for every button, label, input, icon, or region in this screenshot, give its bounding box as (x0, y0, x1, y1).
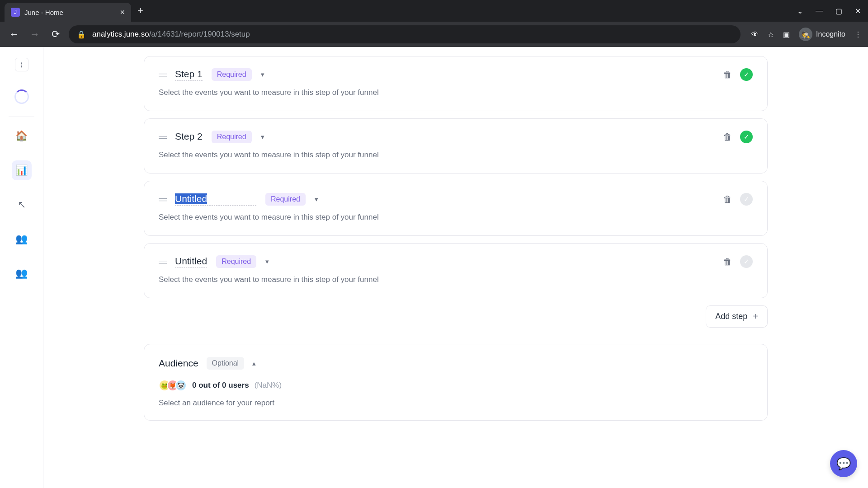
drag-handle-icon[interactable]: —— (159, 72, 166, 77)
lock-icon: 🔒 (77, 30, 86, 39)
step-description: Select the events you want to measure in… (159, 150, 753, 160)
sidebar-divider (9, 117, 34, 117)
reload-button[interactable]: ⟳ (48, 28, 63, 40)
tabs-dropdown-icon[interactable]: ⌄ (797, 7, 803, 15)
required-badge[interactable]: Required (212, 131, 252, 143)
cursor-icon: ↖ (18, 199, 26, 211)
incognito-avatar-icon: 🕵 (799, 28, 812, 41)
address-bar-row: ← → ⟳ 🔒 analytics.june.so/a/14631/report… (0, 22, 868, 47)
chat-icon: 💬 (836, 457, 851, 471)
users-icon: 👥 (15, 233, 28, 245)
step-name[interactable]: Step 2 (175, 131, 203, 143)
audience-count: 0 out of 0 users (192, 381, 249, 390)
kebab-menu-icon[interactable]: ⋮ (854, 30, 862, 39)
browser-tab[interactable]: J June - Home × (5, 3, 131, 22)
status-incomplete-icon: ✓ (740, 193, 753, 206)
status-complete-icon: ✓ (740, 68, 753, 81)
back-button[interactable]: ← (6, 28, 22, 40)
chevron-up-icon[interactable]: ▴ (252, 359, 256, 367)
step-header: —— Step 2 Required ▾ 🗑 ✓ (159, 131, 753, 143)
step-name[interactable]: Untitled (175, 256, 207, 268)
step-card: —— Required ▾ 🗑 ✓ Select the events you … (144, 181, 768, 236)
sidebar-item-groups[interactable]: 👥 (12, 263, 32, 283)
home-icon: 🏠 (15, 130, 28, 142)
audience-card: Audience Optional ▴ 🐸 🦊 🐼 0 out of 0 use… (144, 344, 768, 421)
step-card: —— Step 2 Required ▾ 🗑 ✓ Select the even… (144, 118, 768, 174)
audience-title: Audience (159, 358, 198, 369)
address-bar[interactable]: 🔒 analytics.june.so/a/14631/report/19001… (69, 25, 741, 43)
tab-bar: J June - Home × + ⌄ — ▢ ✕ (0, 0, 868, 22)
tab-title: June - Home (24, 9, 115, 16)
step-header: —— Untitled Required ▾ 🗑 ✓ (159, 255, 753, 268)
step-description: Select the events you want to measure in… (159, 213, 753, 222)
delete-step-button[interactable]: 🗑 (723, 257, 732, 267)
step-card: —— Untitled Required ▾ 🗑 ✓ Select the ev… (144, 243, 768, 298)
minimize-icon[interactable]: — (816, 7, 823, 15)
chevron-down-icon[interactable]: ▾ (265, 258, 269, 266)
sidebar-collapse-button[interactable]: ⟩ (15, 58, 28, 71)
chevron-down-icon[interactable]: ▾ (315, 195, 318, 203)
avatar-icon: 🐼 (175, 380, 187, 391)
step-name-input[interactable] (175, 193, 256, 206)
required-badge[interactable]: Required (265, 193, 306, 206)
optional-badge: Optional (207, 357, 245, 370)
delete-step-button[interactable]: 🗑 (723, 194, 732, 205)
avatar-stack: 🐸 🦊 🐼 (159, 380, 187, 391)
url-text: analytics.june.so/a/14631/report/190013/… (92, 30, 250, 39)
step-card: —— Step 1 Required ▾ 🗑 ✓ Select the even… (144, 56, 768, 111)
delete-step-button[interactable]: 🗑 (723, 132, 732, 142)
chart-icon: 📊 (15, 164, 28, 176)
groups-icon: 👥 (15, 267, 28, 279)
step-header: —— Step 1 Required ▾ 🗑 ✓ (159, 68, 753, 81)
plus-icon: + (753, 311, 758, 322)
audience-description: Select an audience for your report (159, 399, 753, 408)
sidebar-item-home[interactable]: 🏠 (12, 126, 32, 146)
required-badge[interactable]: Required (216, 255, 256, 268)
close-window-icon[interactable]: ✕ (855, 7, 861, 15)
status-complete-icon: ✓ (740, 131, 753, 143)
sidebar-item-users[interactable]: 👥 (12, 229, 32, 249)
audience-header: Audience Optional ▴ (159, 357, 753, 370)
address-bar-icons: 👁 ☆ ▣ 🕵 Incognito ⋮ (751, 28, 862, 41)
new-tab-button[interactable]: + (137, 5, 143, 17)
required-badge[interactable]: Required (212, 68, 252, 81)
sidebar-item-events[interactable]: ↖ (12, 195, 32, 215)
status-incomplete-icon: ✓ (740, 255, 753, 268)
drag-handle-icon[interactable]: —— (159, 197, 166, 202)
add-step-button[interactable]: Add step + (706, 305, 768, 328)
step-name[interactable]: Step 1 (175, 69, 203, 81)
audience-percentage: (NaN%) (255, 381, 282, 390)
bookmark-icon[interactable]: ☆ (768, 30, 774, 39)
drag-handle-icon[interactable]: —— (159, 259, 166, 264)
forward-button[interactable]: → (27, 28, 42, 40)
loading-spinner-icon (14, 89, 29, 104)
browser-chrome: J June - Home × + ⌄ — ▢ ✕ ← → ⟳ 🔒 analyt… (0, 0, 868, 47)
tab-favicon: J (11, 8, 20, 17)
maximize-icon[interactable]: ▢ (835, 7, 842, 15)
chevron-down-icon[interactable]: ▾ (261, 70, 264, 79)
chevron-down-icon[interactable]: ▾ (261, 133, 264, 141)
extensions-icon[interactable]: ▣ (783, 30, 790, 39)
incognito-badge[interactable]: 🕵 Incognito (799, 28, 845, 41)
step-header: —— Required ▾ 🗑 ✓ (159, 193, 753, 206)
eye-off-icon[interactable]: 👁 (751, 30, 759, 38)
step-description: Select the events you want to measure in… (159, 88, 753, 97)
audience-summary: 🐸 🦊 🐼 0 out of 0 users (NaN%) (159, 380, 753, 391)
delete-step-button[interactable]: 🗑 (723, 70, 732, 80)
app: ⟩ 🏠 📊 ↖ 👥 👥 —— Step 1 Required (0, 47, 868, 488)
sidebar-item-reports[interactable]: 📊 (12, 160, 32, 180)
sidebar: ⟩ 🏠 📊 ↖ 👥 👥 (0, 47, 43, 488)
drag-handle-icon[interactable]: —— (159, 135, 166, 139)
step-description: Select the events you want to measure in… (159, 275, 753, 284)
window-controls: ⌄ — ▢ ✕ (797, 7, 868, 15)
main-content: —— Step 1 Required ▾ 🗑 ✓ Select the even… (43, 47, 868, 488)
chat-support-button[interactable]: 💬 (830, 450, 857, 477)
tab-close-icon[interactable]: × (120, 8, 125, 17)
